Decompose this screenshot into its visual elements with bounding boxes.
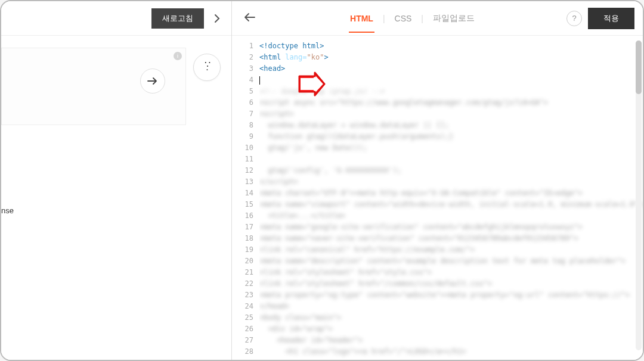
preview-placeholder-box: i <box>1 48 186 125</box>
expand-right-button[interactable] <box>209 10 225 27</box>
line-number-gutter: 1234567891011121314151617181920212223242… <box>232 36 259 360</box>
code-editor[interactable]: 1234567891011121314151617181920212223242… <box>232 36 643 360</box>
preview-cropped-text: nse <box>1 206 14 215</box>
back-button[interactable] <box>240 10 258 27</box>
editor-header: HTML | CSS | 파일업로드 ? 적용 <box>232 1 643 36</box>
tab-css[interactable]: CSS <box>394 10 413 27</box>
editor-pane: HTML | CSS | 파일업로드 ? 적용 1234567891011121… <box>232 1 643 360</box>
apply-button[interactable]: 적용 <box>588 8 634 29</box>
tab-divider: | <box>383 14 385 23</box>
preview-arrow-button[interactable] <box>140 69 165 94</box>
scrollbar-thumb[interactable] <box>636 41 642 94</box>
tab-html[interactable]: HTML <box>349 10 374 27</box>
refresh-button[interactable]: 새로고침 <box>151 8 204 29</box>
code-content[interactable]: <!doctype html><html lang="ko"><head><!-… <box>259 36 643 360</box>
preview-body: i ∵· nse <box>1 36 231 360</box>
tab-file-upload[interactable]: 파일업로드 <box>432 10 476 27</box>
widget-toggle-button[interactable]: ∵· <box>193 54 221 81</box>
app-frame: 새로고침 i ∵· nse <box>0 0 644 361</box>
info-icon[interactable]: i <box>174 52 182 60</box>
tab-divider: | <box>421 14 423 23</box>
dots-icon: ∵· <box>205 63 210 72</box>
preview-header: 새로고침 <box>1 1 231 36</box>
editor-tabs: HTML | CSS | 파일업로드 <box>264 10 561 27</box>
arrow-left-icon <box>243 12 256 23</box>
help-button[interactable]: ? <box>566 11 582 26</box>
chevron-right-icon <box>214 14 220 23</box>
split-layout: 새로고침 i ∵· nse <box>1 1 643 360</box>
preview-pane: 새로고침 i ∵· nse <box>1 1 232 360</box>
arrow-right-icon <box>147 77 159 85</box>
